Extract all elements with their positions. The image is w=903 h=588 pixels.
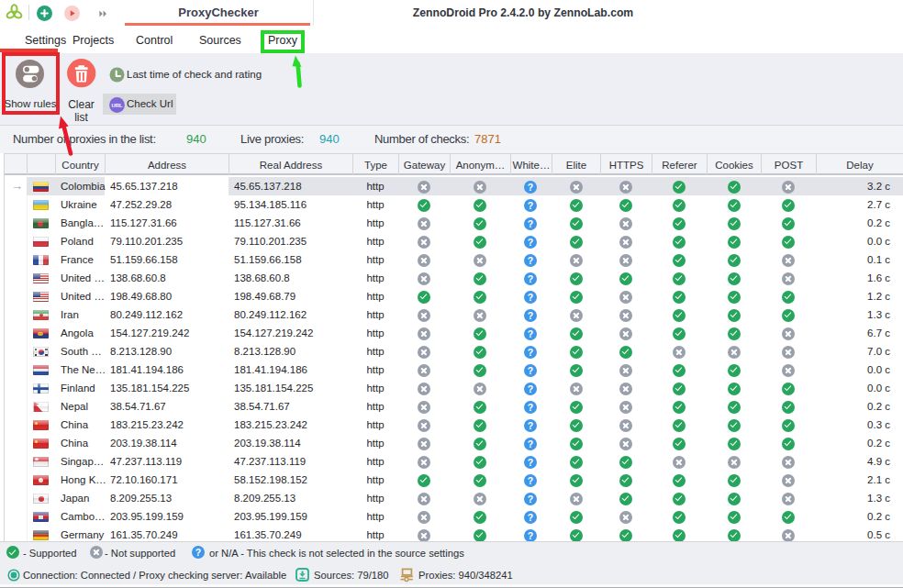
svg-text:URL: URL — [112, 103, 123, 108]
